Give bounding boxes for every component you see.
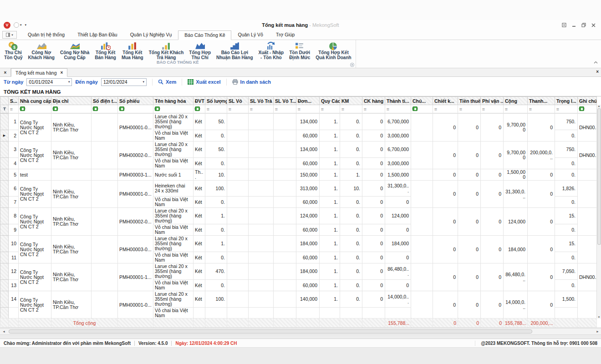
cell-tien_thue[interactable]: 0 bbox=[458, 169, 481, 181]
row-indicator[interactable] bbox=[0, 236, 9, 252]
filter-cell-sl_vo_t[interactable]: = bbox=[274, 105, 296, 113]
maximize-button[interactable] bbox=[581, 23, 586, 27]
column-header-ghi_chu[interactable]: Ghi chú bbox=[578, 97, 597, 105]
cell-ck_hang[interactable]: 0 bbox=[362, 291, 385, 308]
cell-supplier[interactable]: Công Ty Nước Ngọt CN CT 2 bbox=[19, 263, 51, 291]
cell-qty[interactable]: 100. bbox=[205, 181, 227, 197]
ribbon-collapse-icon[interactable] bbox=[593, 58, 598, 66]
row-indicator[interactable] bbox=[0, 252, 9, 263]
cell-product[interactable]: Larue chai 20 x 355ml (hàng thường) bbox=[153, 291, 194, 308]
cell-thanh_toan[interactable]: 0 bbox=[528, 291, 555, 318]
cell-chiet_khau[interactable]: 0 bbox=[433, 114, 458, 142]
cell-sl_vo_tra[interactable] bbox=[249, 142, 274, 158]
cell-sl_vo_t[interactable] bbox=[274, 263, 296, 280]
vertical-scrollbar[interactable]: ▲ ▼ bbox=[596, 105, 601, 318]
cell-sl_vo_tra[interactable] bbox=[249, 236, 274, 252]
cell-ck_hang[interactable]: 0 bbox=[362, 181, 385, 197]
cell-sl_vo_tra[interactable] bbox=[249, 158, 274, 169]
cell-don_gia[interactable]: 60,000 bbox=[296, 252, 320, 263]
cell-chiet_khau[interactable]: 0 bbox=[433, 169, 458, 181]
cell-ck_hang[interactable]: 0 bbox=[362, 130, 385, 142]
cell-don_gia[interactable]: 184,000 bbox=[296, 236, 320, 252]
ribbon-tab[interactable]: Quản Lý Vỏ bbox=[231, 30, 269, 40]
cell-ck_hang[interactable]: 0 bbox=[362, 252, 385, 263]
cell-receipt[interactable]: PMH00003-0... bbox=[118, 236, 153, 263]
filter-cell-thanh_tien[interactable]: = bbox=[385, 105, 411, 113]
cell-thanh_tien[interactable]: 0 bbox=[385, 224, 411, 236]
cell-unit[interactable]: Két bbox=[194, 142, 205, 158]
cell-thanh_tien[interactable]: 0 bbox=[385, 252, 411, 263]
ribbon-button-tong-hop-ket-qua-kinh-doanh[interactable]: Tổng Hợp KếtQuả Kinh Doanh bbox=[313, 40, 354, 60]
cell-unit[interactable]: Két bbox=[194, 208, 205, 224]
cell-receipt[interactable]: PMH00001-0... bbox=[118, 181, 153, 208]
cell-ck_hang[interactable]: 0 bbox=[362, 142, 385, 158]
cell-sl_vo_t[interactable] bbox=[274, 291, 296, 308]
cell-product[interactable]: Vỏ chai bia Việt Nam bbox=[153, 224, 194, 236]
ribbon-layout-button[interactable]: ▾ bbox=[2, 31, 17, 39]
cell-product[interactable]: Vỏ chai bia Việt Nam bbox=[153, 197, 194, 208]
cell-cong[interactable]: 14,000,0... bbox=[504, 291, 528, 318]
scroll-right-icon[interactable]: ► bbox=[596, 330, 599, 333]
cell-thanh_toan[interactable]: 0 bbox=[528, 208, 555, 236]
cell-chu[interactable] bbox=[411, 236, 433, 263]
cell-sl_vo_tra[interactable] bbox=[249, 224, 274, 236]
cell-sl_vo[interactable] bbox=[227, 252, 249, 263]
cell-unit[interactable]: Két bbox=[194, 114, 205, 130]
from-date-combo[interactable]: 01/01/2024 ▾ bbox=[26, 78, 72, 86]
cell-qty[interactable] bbox=[205, 308, 227, 318]
cell-product[interactable]: Vỏ chai bia Việt Nam bbox=[153, 252, 194, 263]
cell-stt[interactable] bbox=[9, 308, 19, 318]
cell-stt[interactable]: 14 bbox=[9, 291, 19, 308]
cell-ghi_chu[interactable]: DHN00... bbox=[578, 114, 597, 142]
cell-quy_cach[interactable]: 1. bbox=[320, 280, 340, 291]
cell-trong_luong[interactable]: 1,826. bbox=[555, 181, 578, 197]
cell-thanh_toan[interactable]: 0 bbox=[528, 263, 555, 291]
filter-cell-product[interactable] bbox=[153, 105, 194, 113]
cell-product[interactable]: Larue chai 20 x 355ml (hàng thường) bbox=[153, 263, 194, 280]
cell-thanh_toan[interactable]: 0 bbox=[528, 236, 555, 263]
cell-qty[interactable]: 50. bbox=[205, 142, 227, 158]
cell-qty[interactable]: 10. bbox=[205, 169, 227, 181]
cell-stt[interactable]: 8 bbox=[9, 208, 19, 224]
cell-phone[interactable] bbox=[92, 236, 118, 263]
cell-chiet_khau[interactable]: 0 bbox=[433, 208, 458, 236]
cell-product[interactable]: Vỏ chai bia Việt Nam bbox=[153, 130, 194, 142]
cell-don_gia[interactable]: 140,000 bbox=[296, 291, 320, 308]
ribbon-button-tong-ket-mua-hang[interactable]: Tổng KếtMua Hàng bbox=[119, 40, 146, 60]
cell-cong[interactable]: 31,300,0... bbox=[504, 181, 528, 208]
cell-don_gia[interactable]: 184,000 bbox=[296, 263, 320, 280]
cell-sl_vo_tra[interactable] bbox=[249, 252, 274, 263]
cell-km[interactable]: 10. bbox=[340, 181, 362, 197]
cell-ck_hang[interactable]: 0 bbox=[362, 208, 385, 224]
view-button[interactable]: Xem bbox=[158, 79, 176, 85]
cell-phi_van[interactable]: 0 bbox=[481, 181, 504, 208]
cell-chu[interactable] bbox=[411, 263, 433, 291]
cell-km[interactable] bbox=[340, 308, 362, 318]
ribbon-button-tong-hop-thu-chi[interactable]: Tổng HợpThu Chi bbox=[186, 40, 214, 60]
cell-chiet_khau[interactable]: 0 bbox=[433, 291, 458, 318]
cell-sl_vo[interactable] bbox=[227, 197, 249, 208]
filter-cell-sl_vo_tra[interactable]: = bbox=[249, 105, 274, 113]
cell-sl_vo_tra[interactable] bbox=[249, 308, 274, 318]
column-header-ck_hang[interactable]: CK hàng bbox=[362, 97, 385, 105]
cell-thanh_tien[interactable]: 124,000 bbox=[385, 208, 411, 224]
filter-cell-ck_hang[interactable]: = bbox=[362, 105, 385, 113]
cell-unit[interactable]: Két bbox=[194, 181, 205, 197]
filter-cell-trong_luong[interactable]: = bbox=[555, 105, 578, 113]
cell-stt[interactable]: 7 bbox=[9, 197, 19, 208]
cell-ck_hang[interactable]: 0 bbox=[362, 280, 385, 291]
cell-receipt[interactable]: PMH00003-1... bbox=[118, 169, 153, 181]
cell-sl_vo_t[interactable] bbox=[274, 308, 296, 318]
cell-stt[interactable]: 10 bbox=[9, 236, 19, 252]
scroll-down-icon[interactable]: ▼ bbox=[598, 316, 601, 318]
filter-cell-address[interactable] bbox=[51, 105, 92, 113]
cell-thanh_toan[interactable]: 0 bbox=[528, 169, 555, 181]
cell-trong_luong[interactable]: 750. bbox=[555, 142, 578, 158]
cell-trong_luong[interactable] bbox=[555, 308, 578, 318]
cell-km[interactable]: 1. bbox=[340, 169, 362, 181]
cell-unit[interactable]: Két bbox=[194, 197, 205, 208]
cell-unit[interactable] bbox=[194, 308, 205, 318]
cell-stt[interactable]: 11 bbox=[9, 252, 19, 263]
filter-cell-cong[interactable]: = bbox=[504, 105, 528, 113]
cell-don_gia[interactable]: 313,000 bbox=[296, 181, 320, 197]
